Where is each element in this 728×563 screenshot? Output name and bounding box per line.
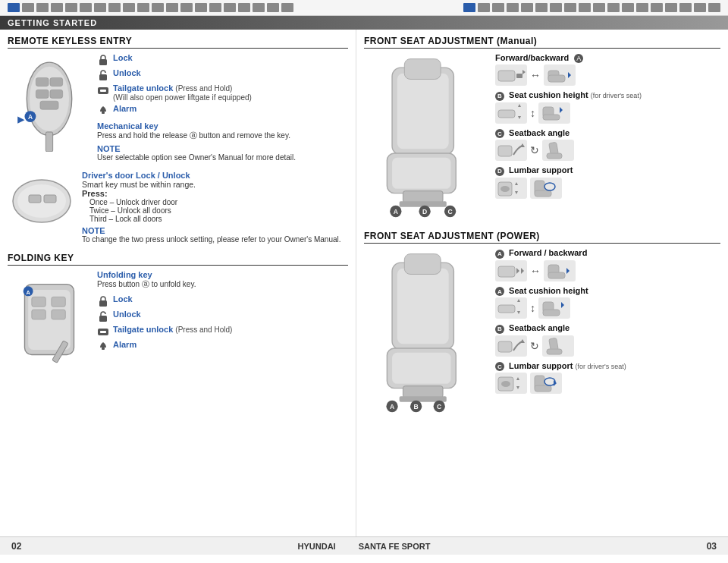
svg-rect-18 — [29, 195, 41, 203]
driver-note-text: To change the two press unlock setting, … — [82, 235, 348, 244]
warning2-icon — [564, 3, 576, 12]
svg-marker-84 — [516, 268, 519, 274]
remote-keyless-section: REMOTE KEYLESS ENTRY — [8, 36, 348, 162]
power-lumbar-control: C Lumbar support (for driver's seat) — [495, 361, 720, 395]
right-column: FRONT SEAT ADJUSTMENT (Manual) — [356, 30, 728, 536]
power-seatback-arrow: ↻ — [530, 340, 539, 352]
svg-marker-55 — [518, 116, 521, 119]
power-lumbar-title: C Lumbar support (for driver's seat) — [495, 361, 720, 372]
cushion-ctrl-img — [495, 102, 527, 124]
svg-rect-98 — [547, 349, 562, 354]
svg-rect-87 — [548, 272, 565, 278]
seatback-angle-control: C Seatback angle ↻ — [495, 128, 720, 162]
driver-door-image — [8, 171, 76, 244]
phone-icon — [195, 3, 207, 12]
unlock-label: Unlock — [113, 68, 141, 77]
driver-door-section: Driver's door Lock / Unlock Smart key mu… — [8, 171, 348, 244]
nav-icon — [180, 3, 193, 12]
power-forward-ctrl-img — [495, 260, 527, 282]
seat-power-inner: A B C A Forward / backward — [364, 248, 720, 417]
press-item-1: Once – Unlock driver door — [89, 198, 348, 206]
section-header-text: GETTING STARTED — [8, 18, 97, 27]
folding-alarm-item: Alarm — [97, 340, 348, 353]
forward-seat-diagram-svg — [545, 66, 574, 84]
footer-center: HYUNDAI SANTA FE SPORT — [298, 542, 431, 551]
folding-tailgate-label: Tailgate unlock (Press and Hold) — [113, 325, 232, 334]
svg-marker-101 — [516, 377, 519, 380]
door2-icon — [507, 3, 519, 12]
svg-text:B: B — [414, 403, 419, 410]
svg-marker-88 — [566, 268, 570, 274]
svg-rect-71 — [397, 269, 449, 344]
footer-right-page: 03 — [707, 541, 717, 552]
unfold-sub: Press button ⓐ to unfold key. — [97, 279, 348, 290]
press-items: Once – Unlock driver door Twice – Unlock… — [82, 198, 348, 223]
nav2-icon — [636, 3, 648, 12]
lumbar-ctrl-img — [495, 178, 527, 199]
svg-point-69 — [544, 183, 555, 190]
svg-text:A: A — [394, 208, 398, 215]
lock-item: Lock — [97, 53, 348, 66]
svg-marker-94 — [561, 302, 564, 308]
svg-rect-6 — [40, 101, 58, 109]
cushion-arrow: ↕ — [530, 107, 535, 119]
press-title: Press: — [82, 189, 348, 198]
power-lumbar-diagram-svg — [532, 374, 560, 392]
svg-rect-12 — [99, 74, 107, 80]
airbag2-icon — [535, 3, 548, 12]
driver-door-labels: Driver's door Lock / Unlock Smart key mu… — [82, 171, 348, 244]
svg-rect-74 — [392, 353, 450, 384]
folding-tailgate-item: Tailgate unlock (Press and Hold) — [97, 325, 348, 338]
svg-marker-96 — [520, 339, 525, 343]
doc-icon — [8, 3, 20, 12]
keyless-labels: Lock Unlock — [97, 53, 348, 162]
unlock-icon — [97, 69, 109, 81]
folding-alarm-icon — [97, 341, 109, 353]
power-seatback-diagram — [542, 335, 574, 357]
forward-backward-control: Forward/backward A ↔ — [495, 53, 720, 86]
svg-text:A: A — [390, 403, 394, 410]
seatback-angle-images: ↻ — [495, 140, 720, 161]
mechanical-key-title: Mechanical key — [97, 121, 348, 131]
svg-rect-95 — [498, 341, 512, 352]
power-seatback-circle-b: B — [495, 325, 504, 334]
mechanical-key-section: Mechanical key Press and hold the releas… — [97, 121, 348, 162]
wheel-icon — [281, 3, 293, 12]
lumbar-support-control: D Lumbar support — [495, 165, 720, 199]
power-cushion-arrow: ↕ — [530, 302, 535, 314]
camera2-icon — [665, 3, 677, 12]
svg-marker-66 — [515, 191, 518, 194]
svg-point-64 — [500, 186, 510, 192]
power-lumbar-ctrl-img — [495, 373, 527, 394]
svg-marker-52 — [568, 72, 571, 78]
power-seatback-images: ↻ — [495, 335, 720, 357]
fuel-icon — [123, 3, 135, 12]
airbag-icon — [80, 3, 92, 12]
svg-rect-35 — [397, 74, 449, 149]
svg-text:A: A — [26, 289, 30, 296]
seatback-ctrl-svg — [497, 141, 526, 159]
svg-rect-59 — [498, 146, 512, 156]
forward-backward-images: ↔ — [495, 64, 720, 86]
keyfob-image: A — [8, 53, 91, 162]
power-seatback-diagram-svg — [544, 337, 573, 355]
svg-rect-23 — [52, 297, 66, 307]
driver-door-svg — [8, 171, 76, 231]
display2-icon — [607, 3, 620, 12]
driver-note-title: NOTE — [82, 226, 348, 235]
svg-rect-32 — [100, 331, 106, 333]
car2-icon — [492, 3, 504, 12]
svg-rect-24 — [32, 310, 46, 319]
front-seat-power-section: FRONT SEAT ADJUSTMENT (POWER) — [364, 231, 720, 417]
light-icon — [253, 3, 265, 12]
svg-rect-14 — [100, 90, 106, 92]
mechanical-key-text: Press and hold the release ⓐ button and … — [97, 131, 348, 141]
lumbar-circle-d: D — [495, 167, 504, 176]
doc2-icon — [463, 3, 475, 12]
lock-label: Lock — [113, 53, 133, 62]
seat-icon — [238, 3, 250, 12]
keyfob-svg: A — [8, 53, 91, 152]
front-seat-manual-section: FRONT SEAT ADJUSTMENT (Manual) — [364, 36, 720, 222]
note-title: NOTE — [97, 144, 348, 153]
lock-icon — [97, 54, 109, 66]
